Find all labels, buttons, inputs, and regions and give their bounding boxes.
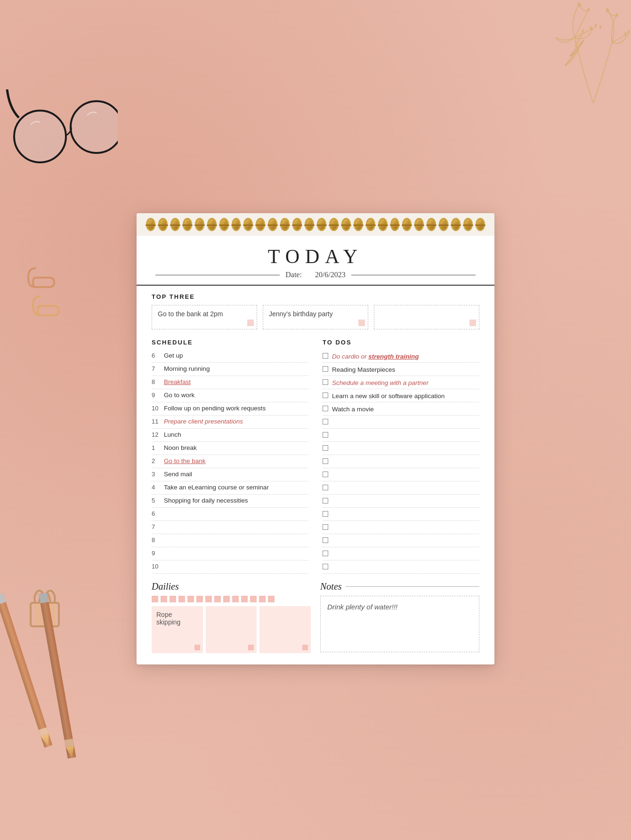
schedule-row[interactable]: 10Follow up on pending work requests [152, 402, 308, 416]
todos-list: Do cardio or strength trainingReading Ma… [323, 350, 479, 574]
todo-text: Watch a movie [332, 406, 374, 413]
spiral-binding [137, 213, 494, 236]
daily-dot [196, 596, 203, 602]
schedule-row[interactable]: 6 [152, 508, 308, 521]
schedule-row[interactable]: 8Breakfast [152, 376, 308, 389]
todo-checkbox[interactable] [323, 472, 328, 477]
corner-decoration [358, 320, 365, 326]
todo-row[interactable] [323, 442, 479, 455]
top-three-item-2[interactable]: Jenny's birthday party [263, 305, 368, 329]
todo-checkbox[interactable] [323, 485, 328, 490]
todo-row[interactable] [323, 534, 479, 547]
todo-row[interactable]: Do cardio or strength training [323, 350, 479, 363]
todo-row[interactable] [323, 468, 479, 481]
schedule-hour: 4 [152, 484, 161, 491]
spiral-coil [451, 218, 461, 231]
schedule-task: Lunch [164, 431, 308, 438]
spiral-coil [463, 218, 473, 231]
spiral-coil [280, 218, 290, 231]
spiral-coil [146, 218, 155, 231]
schedule-task: Send mail [164, 471, 308, 478]
todo-row[interactable] [323, 560, 479, 574]
schedule-list: 6Get up7Morning running8Breakfast9Go to … [152, 350, 308, 574]
paper-clips-decoration [26, 264, 64, 322]
schedule-row[interactable]: 9 [152, 547, 308, 560]
svg-point-10 [71, 101, 118, 153]
glasses-decoration [5, 71, 118, 212]
corner-decoration [302, 645, 308, 650]
schedule-hour: 12 [152, 431, 161, 438]
todo-row[interactable] [323, 508, 479, 521]
todo-row[interactable] [323, 455, 479, 468]
todo-row[interactable] [323, 495, 479, 508]
top-three-item-1[interactable]: Go to the bank at 2pm [152, 305, 257, 329]
todos-label: TO DOS [323, 339, 479, 346]
todo-checkbox[interactable] [323, 419, 328, 424]
todo-checkbox[interactable] [323, 524, 328, 530]
schedule-row[interactable]: 12Lunch [152, 429, 308, 442]
todo-checkbox[interactable] [323, 564, 328, 569]
todo-checkbox[interactable] [323, 353, 328, 359]
todo-row[interactable] [323, 429, 479, 442]
notebook: TODAY Date: 20/6/2023 TOP THREE Go to th… [137, 213, 494, 664]
spiral-coil [183, 218, 192, 231]
todo-checkbox[interactable] [323, 445, 328, 451]
todo-row[interactable]: Watch a movie [323, 402, 479, 416]
schedule-row[interactable]: 11Prepare client presentations [152, 416, 308, 429]
date-label: Date: [285, 271, 302, 279]
schedule-row[interactable]: 1Noon break [152, 442, 308, 455]
page-title: TODAY [155, 245, 476, 268]
todo-row[interactable] [323, 416, 479, 429]
todo-checkbox[interactable] [323, 511, 328, 517]
todo-checkbox[interactable] [323, 458, 328, 464]
daily-dot [170, 596, 176, 602]
notes-text: Drink plenty of water!!! [327, 603, 397, 611]
spiral-coil [232, 218, 241, 231]
schedule-hour: 3 [152, 471, 161, 478]
date-value: 20/6/2023 [315, 271, 346, 279]
spiral-coil [243, 218, 253, 231]
schedule-row[interactable]: 10 [152, 560, 308, 574]
todo-row[interactable]: Learn a new skill or software applicatio… [323, 389, 479, 402]
notebook-content: TOP THREE Go to the bank at 2pm Jenny's … [137, 286, 494, 664]
schedule-hour: 9 [152, 392, 161, 399]
schedule-row[interactable]: 4Take an eLearning course or seminar [152, 481, 308, 495]
schedule-row[interactable]: 9Go to work [152, 389, 308, 402]
schedule-row[interactable]: 7 [152, 521, 308, 534]
todo-row[interactable] [323, 481, 479, 495]
schedule-row[interactable]: 5Shopping for daily necessities [152, 495, 308, 508]
schedule-row[interactable]: 6Get up [152, 350, 308, 363]
svg-point-9 [14, 111, 66, 162]
todo-row[interactable] [323, 521, 479, 534]
notes-box[interactable]: Drink plenty of water!!! [320, 596, 479, 652]
daily-item-1[interactable]: Rope skipping [152, 606, 203, 653]
todo-checkbox[interactable] [323, 392, 328, 398]
schedule-hour: 10 [152, 563, 161, 570]
daily-item-2[interactable] [206, 606, 257, 653]
daily-dot [214, 596, 221, 602]
daily-item-3[interactable] [259, 606, 311, 653]
top-three-item-3[interactable] [374, 305, 479, 329]
schedule-row[interactable]: 8 [152, 534, 308, 547]
todo-row[interactable]: Reading Masterpieces [323, 363, 479, 376]
top-three-grid: Go to the bank at 2pm Jenny's birthday p… [152, 305, 479, 329]
todo-checkbox[interactable] [323, 379, 328, 385]
todo-checkbox[interactable] [323, 432, 328, 438]
schedule-hour: 6 [152, 352, 161, 359]
todo-checkbox[interactable] [323, 498, 328, 504]
schedule-row[interactable]: 2Go to the bank [152, 455, 308, 468]
schedule-task: Go to work [164, 392, 308, 399]
schedule-row[interactable]: 3Send mail [152, 468, 308, 481]
todo-text: Do cardio or strength training [332, 353, 419, 360]
todo-checkbox[interactable] [323, 406, 328, 411]
dailies-title: Dailies [152, 581, 311, 592]
todo-checkbox[interactable] [323, 366, 328, 372]
todo-row[interactable]: Schedule a meeting with a partner [323, 376, 479, 389]
todo-checkbox[interactable] [323, 551, 328, 556]
notes-title: Notes [320, 581, 342, 592]
todo-checkbox[interactable] [323, 537, 328, 543]
schedule-column: SCHEDULE 6Get up7Morning running8Breakfa… [152, 339, 308, 574]
schedule-hour: 11 [152, 418, 161, 425]
schedule-row[interactable]: 7Morning running [152, 363, 308, 376]
todo-row[interactable] [323, 547, 479, 560]
